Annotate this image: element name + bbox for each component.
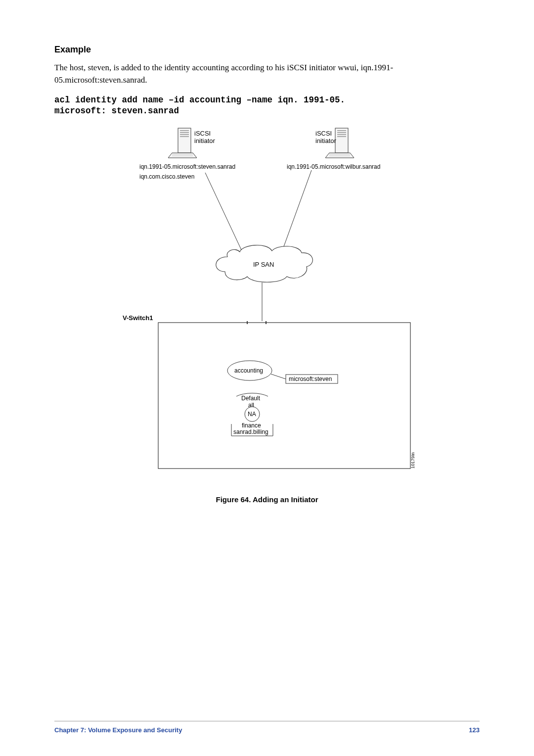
host1-iqn1: iqn.1991-05.microsoft:steven.sanrad [139,163,235,170]
svg-rect-17 [158,323,410,469]
host1-label-line1: iSCSI [194,130,211,137]
finance-label: finance [242,422,261,429]
na-label: NA [248,411,256,418]
code-line-1: acl identity add name –id accounting –na… [54,95,480,105]
svg-rect-0 [178,128,191,153]
svg-line-14 [205,173,242,252]
footer-page-number: 123 [469,726,480,734]
default-label: Default [241,395,261,402]
billing-label: sanrad.billing [233,428,268,435]
host2-iqn1: iqn.1991-05.microsoft:wilbur.sanrad [287,163,380,170]
vswitch-label: V-Switch1 [123,314,153,322]
side-code: 10179In [410,453,415,469]
host1-label-line2: initiator [194,137,216,144]
cloud-label: IP SAN [253,261,274,268]
host2-label-line1: iSCSI [315,130,332,137]
figure-caption: Figure 64. Adding an Initiator [54,495,480,504]
accounting-node: accounting [234,367,263,374]
svg-rect-7 [335,128,348,153]
page-footer: Chapter 7: Volume Exposure and Security … [54,721,480,734]
host1-iqn2: iqn.com.cisco.steven [139,173,194,180]
code-line-2: microsoft: steven.sanrad [54,106,480,116]
body-paragraph: The host, steven, is added to the identi… [54,62,480,86]
figure-diagram: iSCSI initiator iqn.1991-05.microsoft:st… [54,123,480,479]
example-heading: Example [54,45,480,55]
footer-chapter: Chapter 7: Volume Exposure and Security [54,726,182,734]
microsoft-steven-tag: microsoft:steven [289,376,332,382]
svg-line-15 [282,170,312,252]
host2-label-line2: initiator [315,137,337,144]
